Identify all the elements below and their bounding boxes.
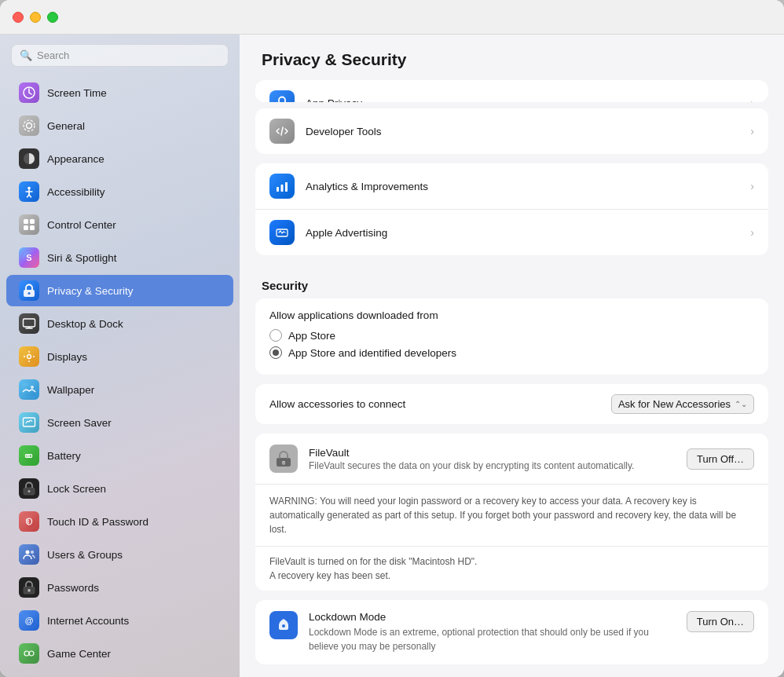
svg-rect-10	[30, 219, 35, 224]
svg-line-8	[29, 195, 31, 197]
sidebar-label-screen-saver: Screen Saver	[47, 417, 112, 429]
svg-point-2	[24, 120, 35, 131]
app-privacy-icon	[269, 90, 295, 102]
svg-rect-26	[23, 383, 35, 396]
filevault-card: FileVault FileVault secures the data on …	[255, 434, 768, 591]
radio-app-store-dev[interactable]	[269, 346, 282, 359]
filevault-warning: WARNING: You will need your login passwo…	[255, 485, 768, 547]
lock-screen-icon	[19, 478, 39, 499]
general-icon	[19, 115, 39, 136]
svg-point-4	[27, 187, 31, 190]
sidebar-label-lock-screen: Lock Screen	[47, 483, 106, 495]
svg-rect-17	[24, 319, 35, 327]
svg-rect-49	[277, 187, 279, 192]
svg-point-56	[282, 624, 285, 628]
filevault-status-line2: A recovery key has been set.	[269, 569, 754, 583]
sidebar-item-touch-id[interactable]: Touch ID & Password	[6, 506, 233, 537]
svg-rect-12	[30, 225, 35, 230]
sidebar-label-passwords: Passwords	[47, 582, 99, 594]
sidebar-item-passwords[interactable]: Passwords	[6, 572, 233, 603]
sidebar-item-screen-saver[interactable]: Screen Saver	[6, 407, 233, 438]
game-center-icon	[19, 643, 39, 664]
passwords-icon	[19, 577, 39, 598]
desktop-icon	[19, 313, 39, 334]
advertising-row[interactable]: Apple Advertising ›	[255, 210, 768, 255]
content-area: 🔍 Search Screen Time General	[0, 35, 784, 677]
sidebar-label-screen-time: Screen Time	[47, 87, 107, 99]
screen-time-icon	[19, 82, 39, 103]
sidebar: 🔍 Search Screen Time General	[0, 35, 240, 677]
sidebar-item-game-center[interactable]: Game Center	[6, 638, 233, 669]
svg-rect-50	[281, 185, 284, 192]
sidebar-label-displays: Displays	[47, 351, 87, 363]
traffic-lights	[13, 12, 58, 23]
close-button[interactable]	[13, 12, 24, 23]
developer-tools-label: Developer Tools	[306, 126, 739, 137]
title-bar	[0, 0, 784, 35]
minimize-button[interactable]	[30, 12, 41, 23]
svg-rect-9	[24, 219, 28, 224]
window: 🔍 Search Screen Time General	[0, 0, 784, 677]
filevault-icon	[269, 445, 298, 473]
sidebar-item-internet-accounts[interactable]: @ Internet Accounts	[6, 605, 233, 636]
sidebar-item-appearance[interactable]: Appearance	[6, 143, 233, 174]
svg-point-27	[31, 386, 34, 389]
users-groups-icon	[19, 544, 39, 565]
siri-icon: S	[19, 247, 39, 268]
sidebar-label-internet-accounts: Internet Accounts	[47, 615, 129, 627]
filevault-top: FileVault FileVault secures the data on …	[255, 434, 768, 485]
sidebar-item-screen-time[interactable]: Screen Time	[6, 77, 233, 108]
sidebar-item-lock-screen[interactable]: Lock Screen	[6, 473, 233, 504]
sidebar-label-appearance: Appearance	[47, 153, 104, 165]
accessories-label: Allow accessories to connect	[269, 398, 405, 410]
sidebar-item-displays[interactable]: Displays	[6, 341, 233, 372]
developer-tools-chevron: ›	[750, 125, 754, 137]
sidebar-item-siri[interactable]: S Siri & Spotlight	[6, 242, 233, 273]
sidebar-item-accessibility[interactable]: Accessibility	[6, 176, 233, 207]
radio-app-store-dev-label: App Store and identified developers	[288, 347, 456, 359]
wallpaper-icon	[19, 379, 39, 400]
lockdown-text-block: Lockdown Mode Lockdown Mode is an extrem…	[309, 611, 676, 653]
svg-point-16	[28, 292, 31, 295]
radio-app-store-dev-row[interactable]: App Store and identified developers	[269, 346, 754, 359]
sidebar-item-control-center[interactable]: Control Center	[6, 209, 233, 240]
filevault-description: FileVault secures the data on your disk …	[309, 460, 676, 471]
radio-app-store[interactable]	[269, 329, 282, 342]
accessories-select[interactable]: Ask for New Accessories ⌃⌄	[611, 394, 754, 414]
screen-saver-icon	[19, 412, 39, 433]
radio-app-store-row[interactable]: App Store	[269, 329, 754, 342]
analytics-row[interactable]: Analytics & Improvements ›	[255, 163, 768, 210]
sidebar-item-wallpaper[interactable]: Wallpaper	[6, 374, 233, 405]
radio-app-store-label: App Store	[288, 330, 335, 342]
sidebar-item-desktop-dock[interactable]: Desktop & Dock	[6, 308, 233, 339]
filevault-button[interactable]: Turn Off…	[687, 448, 754, 470]
svg-point-37	[26, 551, 30, 554]
sidebar-item-privacy-security[interactable]: Privacy & Security	[6, 275, 233, 306]
sidebar-label-battery: Battery	[47, 450, 81, 462]
svg-rect-51	[285, 182, 288, 192]
svg-point-35	[28, 490, 31, 492]
sidebar-item-users-groups[interactable]: Users & Groups	[6, 539, 233, 570]
search-icon: 🔍	[20, 49, 32, 61]
touch-id-icon	[19, 511, 39, 532]
partial-section-card: App Privacy ›	[255, 80, 768, 102]
developer-tools-row[interactable]: Developer Tools ›	[255, 108, 768, 154]
search-bar[interactable]: 🔍 Search	[11, 44, 229, 67]
sidebar-label-game-center: Game Center	[47, 648, 111, 660]
sidebar-item-general[interactable]: General	[6, 110, 233, 141]
fullscreen-button[interactable]	[47, 12, 58, 23]
developer-tools-icon	[269, 119, 295, 144]
svg-rect-31	[27, 456, 31, 457]
lockdown-title: Lockdown Mode	[309, 611, 676, 623]
app-privacy-row[interactable]: App Privacy ›	[255, 80, 768, 102]
lockdown-button[interactable]: Turn On…	[687, 611, 754, 632]
filevault-status-line1: FileVault is turned on for the disk "Mac…	[269, 554, 754, 569]
appearance-icon	[19, 148, 39, 169]
sidebar-item-battery[interactable]: Battery	[6, 440, 233, 471]
lockdown-description: Lockdown Mode is an extreme, optional pr…	[309, 625, 676, 653]
svg-text:@: @	[25, 616, 34, 625]
control-center-icon	[19, 214, 39, 235]
battery-icon	[19, 445, 39, 466]
accessibility-icon	[19, 181, 39, 202]
page-title: Privacy & Security	[240, 35, 784, 80]
